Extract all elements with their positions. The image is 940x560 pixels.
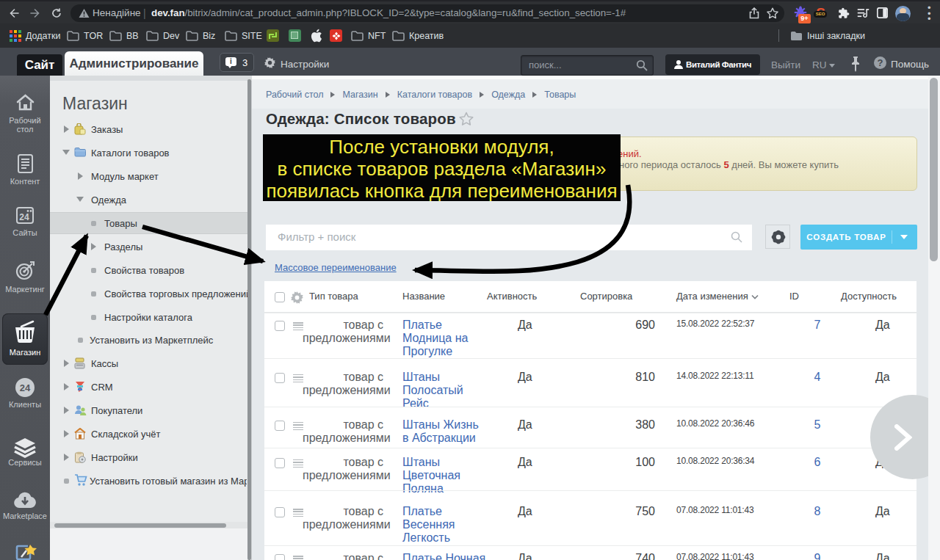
- svg-text:24: 24: [20, 382, 31, 393]
- svg-text:24: 24: [19, 212, 29, 222]
